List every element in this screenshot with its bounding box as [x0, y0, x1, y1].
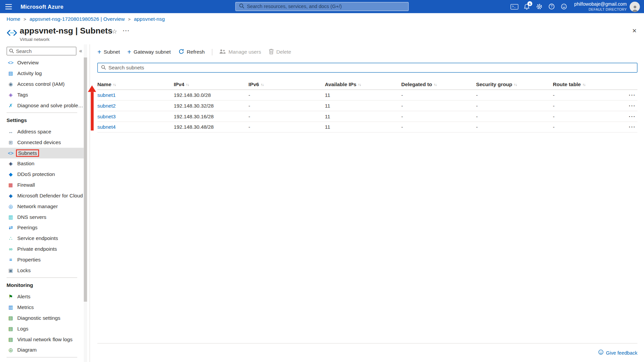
subnet-name-link[interactable]: subnet3 — [97, 114, 174, 119]
table-body: subnet1192.148.30.0/28-11---···subnet219… — [97, 90, 637, 132]
subnet-name-link[interactable]: subnet1 — [97, 92, 174, 98]
cloud-shell-icon[interactable]: >_ — [508, 0, 521, 13]
dns-servers-icon: ▥ — [7, 215, 14, 220]
sidebar-item-access-control-iam[interactable]: ◉Access control (IAM) — [0, 79, 84, 89]
sidebar-item-diagnostic-settings[interactable]: ▤Diagnostic settings — [0, 313, 84, 323]
sidebar-search-input[interactable] — [16, 48, 74, 54]
private-endpoints-icon: ∞ — [7, 247, 14, 252]
collapse-menu-icon[interactable]: « — [79, 48, 82, 54]
feedback-icon[interactable] — [558, 0, 570, 13]
column-header-route-table[interactable]: Route table↑↓ — [553, 81, 625, 87]
svg-text:?: ? — [551, 5, 553, 8]
sidebar-item-dns-servers[interactable]: ▥DNS servers — [0, 212, 84, 223]
more-options-icon[interactable]: ··· — [123, 27, 130, 34]
sidebar-item-overview[interactable]: <>Overview — [0, 57, 84, 68]
manage-users-button[interactable]: Manage users — [219, 45, 261, 59]
sidebar-item-virtual-network-flow-logs[interactable]: ▤Virtual network flow logs — [0, 334, 84, 345]
sidebar-item-ddos-protection[interactable]: ◆DDoS protection — [0, 169, 84, 180]
sidebar-search[interactable] — [7, 47, 76, 56]
breadcrumb-link-appsvnet-nsg-1720801980526-overview[interactable]: appsvnet-nsg-1720801980526 | Overview — [30, 16, 125, 22]
table-row-subnet1[interactable]: subnet1192.148.30.0/28-11---··· — [97, 90, 637, 101]
locks-icon: ▣ — [7, 268, 14, 273]
search-icon — [101, 64, 106, 71]
sidebar-item-logs[interactable]: ▤Logs — [0, 323, 84, 334]
azure-portal: Microsoft Azure >_ 5 ? philfowoba — [0, 0, 644, 362]
sidebar-item-label: Overview — [17, 60, 39, 66]
global-search-input[interactable] — [247, 4, 405, 9]
microsoft-defender-for-cloud-icon: ◆ — [7, 193, 14, 198]
breadcrumb-link-appsvnet-nsg[interactable]: appsvnet-nsg — [134, 16, 165, 22]
column-header-ipv4[interactable]: IPv4↑↓ — [174, 81, 249, 87]
plus-icon: + — [127, 49, 131, 55]
avatar[interactable] — [630, 1, 640, 12]
column-header-available-ips[interactable]: Available IPs↑↓ — [325, 81, 401, 87]
row-menu-icon[interactable]: ··· — [625, 92, 638, 98]
subnet-filter[interactable] — [97, 63, 637, 72]
column-header-security-group[interactable]: Security group↑↓ — [476, 81, 553, 87]
tags-icon: ◈ — [7, 93, 14, 98]
sidebar-item-firewall[interactable]: ▦Firewall — [0, 180, 84, 190]
add-gateway-subnet-button[interactable]: + Gateway subnet — [127, 45, 171, 59]
give-feedback-link[interactable]: Give feedback — [598, 349, 637, 356]
row-menu-icon[interactable]: ··· — [625, 124, 638, 130]
table-row-subnet2[interactable]: subnet2192.148.30.32/28-11---··· — [97, 101, 637, 111]
feedback-smiley-icon — [598, 349, 604, 356]
sort-icon: ↑↓ — [358, 82, 361, 86]
sidebar-item-locks[interactable]: ▣Locks — [0, 265, 84, 276]
settings-gear-icon[interactable] — [533, 0, 545, 13]
sidebar-item-microsoft-defender-for-cloud[interactable]: ◆Microsoft Defender for Cloud — [0, 190, 84, 201]
sidebar-item-properties[interactable]: ≡Properties — [0, 254, 84, 265]
sidebar-item-metrics[interactable]: ▥Metrics — [0, 302, 84, 313]
notifications-bell-icon[interactable]: 5 — [521, 0, 533, 13]
access-control-iam-icon: ◉ — [7, 82, 14, 87]
table-cell-security_group: - — [476, 92, 553, 98]
row-menu-icon[interactable]: ··· — [625, 103, 638, 109]
sidebar-item-connected-devices[interactable]: ⊞Connected devices — [0, 137, 84, 148]
table-row-subnet3[interactable]: subnet3192.148.30.16/28-11---··· — [97, 111, 637, 122]
table-row-subnet4[interactable]: subnet4192.148.30.48/28-11---··· — [97, 122, 637, 133]
refresh-button[interactable]: Refresh — [178, 45, 205, 59]
breadcrumb-link-home[interactable]: Home — [7, 16, 20, 22]
sidebar-item-bastion[interactable]: ◈Bastion — [0, 159, 84, 169]
help-icon[interactable]: ? — [545, 0, 558, 13]
favorite-star-icon[interactable]: ☆ — [112, 28, 117, 35]
column-header-ipv6[interactable]: IPv6↑↓ — [249, 81, 325, 87]
subnet-name-link[interactable]: subnet4 — [97, 124, 174, 130]
virtual-network-flow-logs-icon: ▤ — [7, 337, 14, 342]
column-header-label: Name — [97, 81, 111, 87]
column-header-label: Security group — [476, 81, 512, 87]
close-icon[interactable]: × — [632, 27, 637, 35]
column-header-name[interactable]: Name↑↓ — [97, 81, 174, 87]
account-info[interactable]: philfowobaje@gmail.com DEFAULT DIRECTORY — [574, 2, 627, 11]
alerts-icon: ⚑ — [7, 294, 14, 299]
subnet-filter-input[interactable] — [108, 65, 634, 70]
subnet-name-link[interactable]: subnet2 — [97, 103, 174, 109]
refresh-icon — [178, 48, 184, 56]
sort-icon: ↑↓ — [113, 82, 116, 86]
row-menu-icon[interactable]: ··· — [625, 114, 638, 119]
sidebar-item-diagnose-and-solve-problems[interactable]: ✗Diagnose and solve problems — [0, 100, 84, 111]
delete-button[interactable]: Delete — [268, 45, 291, 59]
sidebar-item-activity-log[interactable]: ▤Activity log — [0, 68, 84, 79]
sidebar-item-network-manager[interactable]: ◎Network manager — [0, 201, 84, 212]
global-search[interactable] — [235, 2, 409, 11]
metrics-icon: ▥ — [7, 305, 14, 310]
add-subnet-button[interactable]: + Subnet — [97, 45, 120, 59]
column-header-delegated-to[interactable]: Delegated to↑↓ — [401, 81, 476, 87]
sidebar-item-address-space[interactable]: ↔Address space — [0, 126, 84, 137]
sidebar-item-private-endpoints[interactable]: ∞Private endpoints — [0, 244, 84, 254]
sidebar-item-peerings[interactable]: ⇄Peerings — [0, 223, 84, 233]
sidebar-item-label: Activity log — [17, 71, 42, 76]
table-cell-delegated_to: - — [401, 103, 476, 109]
network-manager-icon: ◎ — [7, 204, 14, 209]
sidebar-scrollbar-thumb[interactable] — [84, 57, 87, 302]
hamburger-menu-icon[interactable] — [0, 0, 17, 13]
sidebar-item-subnets[interactable]: <>Subnets — [0, 148, 84, 159]
toolbar-divider — [212, 49, 212, 56]
people-icon — [219, 49, 226, 56]
sidebar-item-diagram[interactable]: ◎Diagram — [0, 345, 84, 356]
sidebar-item-alerts[interactable]: ⚑Alerts — [0, 291, 84, 302]
sidebar-item-tags[interactable]: ◈Tags — [0, 89, 84, 100]
sidebar-item-service-endpoints[interactable]: ∴Service endpoints — [0, 233, 84, 244]
table-cell-route_table: - — [553, 92, 625, 98]
